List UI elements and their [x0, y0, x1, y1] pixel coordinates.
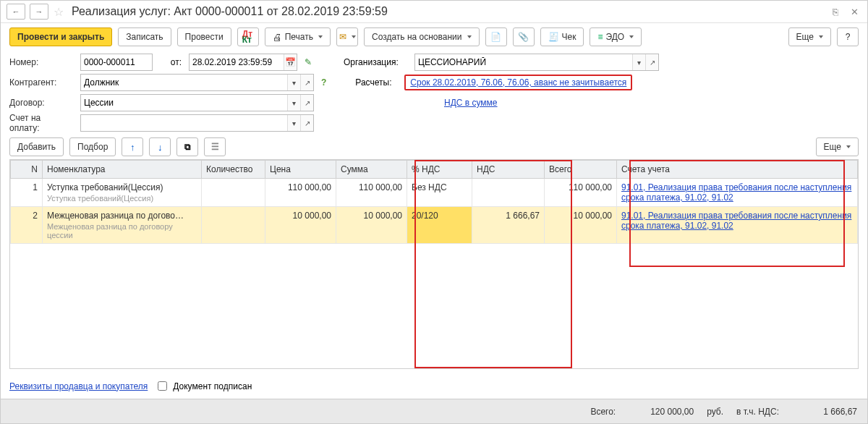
invoice-input[interactable]: [81, 115, 287, 131]
vat-label: в т.ч. НДС:: [736, 407, 779, 417]
org-open-icon[interactable]: ↗: [645, 54, 658, 70]
date-input[interactable]: [190, 54, 284, 70]
create-based-button[interactable]: Создать на основании: [364, 27, 480, 46]
requisites-link[interactable]: Реквизиты продавца и покупателя: [9, 381, 148, 391]
cell-acc[interactable]: 91.01, Реализация права требования после…: [617, 179, 858, 207]
page-title: Реализация услуг: Акт 0000-000011 от 28.…: [72, 5, 388, 18]
contract-dropdown-icon[interactable]: ▾: [287, 95, 300, 111]
total-value: 120 000,00: [629, 407, 694, 417]
cheque-icon: [548, 32, 559, 42]
acc-link[interactable]: 91.01, Реализация права требования после…: [621, 211, 851, 231]
kontr-label: Контрагент:: [9, 77, 73, 88]
edit-icon[interactable]: ✎: [305, 57, 315, 67]
cell-qty[interactable]: [202, 179, 265, 207]
move-up-button[interactable]: ↑: [122, 137, 143, 156]
table-more-button[interactable]: Еще: [816, 137, 859, 156]
move-down-button[interactable]: ↓: [149, 137, 171, 156]
cell-qty[interactable]: [202, 207, 265, 244]
kontr-open-icon[interactable]: ↗: [300, 75, 313, 90]
edo-button[interactable]: ЭДО: [590, 27, 642, 46]
cell-price[interactable]: 110 000,00: [265, 179, 336, 207]
total-label: Всего:: [590, 407, 616, 417]
vat-mode-link[interactable]: НДС в сумме: [444, 98, 498, 108]
cell-sum[interactable]: 110 000,00: [336, 179, 407, 207]
copy-row-button[interactable]: [176, 137, 198, 156]
cheque-button[interactable]: Чек: [540, 27, 584, 46]
attach-button[interactable]: [513, 27, 535, 46]
print-label: Печать: [285, 32, 313, 42]
mail-button[interactable]: [336, 27, 358, 46]
doc-signed-checkbox[interactable]: [158, 381, 167, 391]
calendar-icon[interactable]: [284, 54, 297, 70]
items-grid[interactable]: N Номенклатура Количество Цена Сумма % Н…: [9, 159, 859, 369]
edo-label: ЭДО: [605, 32, 624, 42]
doc-button[interactable]: [485, 27, 507, 46]
cell-vat[interactable]: 1 666,67: [472, 207, 545, 244]
contract-field[interactable]: ▾ ↗: [80, 94, 314, 111]
cell-price[interactable]: 10 000,00: [265, 207, 336, 244]
cheque-label: Чек: [562, 32, 576, 42]
org-field[interactable]: ▾ ↗: [414, 54, 659, 71]
total-currency: руб.: [707, 407, 723, 417]
cell-n: 2: [11, 207, 43, 244]
cell-nom[interactable]: Межценовая разница по догово…Межценовая …: [43, 207, 202, 244]
org-input[interactable]: [415, 54, 632, 70]
more-button[interactable]: Еще: [788, 27, 831, 46]
cell-nom[interactable]: Уступка требований(Цессия)Уступка требов…: [43, 179, 202, 207]
number-field[interactable]: [80, 54, 153, 71]
dtkt-button[interactable]: ДтКт: [237, 27, 259, 46]
col-vat[interactable]: НДС: [472, 161, 545, 179]
pick-button[interactable]: Подбор: [69, 137, 116, 156]
col-acc[interactable]: Счета учета: [617, 161, 858, 179]
print-button[interactable]: Печать: [265, 27, 331, 46]
post-button[interactable]: Провести: [177, 27, 231, 46]
printer-icon: [273, 32, 282, 43]
acc-link[interactable]: 91.01, Реализация права требования после…: [621, 182, 851, 203]
calc-link[interactable]: Срок 28.02.2019, 76.06, 76.06, аванс не …: [410, 77, 626, 88]
kontr-dropdown-icon[interactable]: ▾: [287, 75, 300, 90]
save-button[interactable]: Записать: [118, 27, 171, 46]
create-based-label: Создать на основании: [372, 32, 462, 42]
nav-forward-button[interactable]: →: [30, 4, 48, 20]
col-sum[interactable]: Сумма: [336, 161, 407, 179]
kontr-help-icon[interactable]: ?: [321, 77, 326, 88]
col-qty[interactable]: Количество: [202, 161, 265, 179]
contract-open-icon[interactable]: ↗: [300, 95, 313, 111]
post-and-close-button[interactable]: Провести и закрыть: [9, 27, 112, 46]
cell-vat[interactable]: [472, 179, 545, 207]
date-field[interactable]: [189, 54, 297, 71]
invoice-field[interactable]: ▾ ↗: [80, 114, 314, 132]
number-label: Номер:: [9, 57, 73, 67]
kontr-input[interactable]: [81, 75, 287, 90]
col-price[interactable]: Цена: [265, 161, 336, 179]
clip-icon: [518, 32, 529, 42]
cell-acc[interactable]: 91.01, Реализация права требования после…: [617, 207, 858, 244]
cell-vatp-active[interactable]: 20/120: [407, 207, 472, 244]
invoice-dropdown-icon[interactable]: ▾: [287, 115, 300, 131]
col-vatp[interactable]: % НДС: [407, 161, 472, 179]
cell-sum[interactable]: 10 000,00: [336, 207, 407, 244]
edo-icon: [597, 32, 603, 42]
col-n[interactable]: N: [11, 161, 43, 179]
add-row-button[interactable]: Добавить: [9, 137, 64, 156]
invoice-open-icon[interactable]: ↗: [300, 115, 313, 131]
close-icon[interactable]: ✕: [847, 4, 861, 19]
doc-icon: [490, 32, 501, 42]
cell-total[interactable]: 110 000,00: [545, 179, 617, 207]
kontr-field[interactable]: ▾ ↗: [80, 74, 314, 91]
table-row[interactable]: 2 Межценовая разница по догово…Межценова…: [11, 207, 858, 244]
detach-icon[interactable]: ⎘: [828, 4, 843, 19]
org-dropdown-icon[interactable]: ▾: [632, 54, 645, 70]
col-total[interactable]: Всего: [545, 161, 617, 179]
mail-icon: [339, 32, 346, 42]
col-nom[interactable]: Номенклатура: [43, 161, 202, 179]
cell-nom-sub: Уступка требований(Цессия): [47, 194, 197, 203]
nav-back-button[interactable]: ←: [7, 4, 25, 20]
contract-input[interactable]: [81, 95, 287, 111]
help-button[interactable]: ?: [837, 27, 859, 46]
list-button[interactable]: [204, 137, 226, 156]
table-row[interactable]: 1 Уступка требований(Цессия)Уступка треб…: [11, 179, 858, 207]
cell-total[interactable]: 10 000,00: [545, 207, 617, 244]
favorite-star-icon[interactable]: ☆: [53, 6, 64, 17]
cell-vatp[interactable]: Без НДС: [407, 179, 472, 207]
